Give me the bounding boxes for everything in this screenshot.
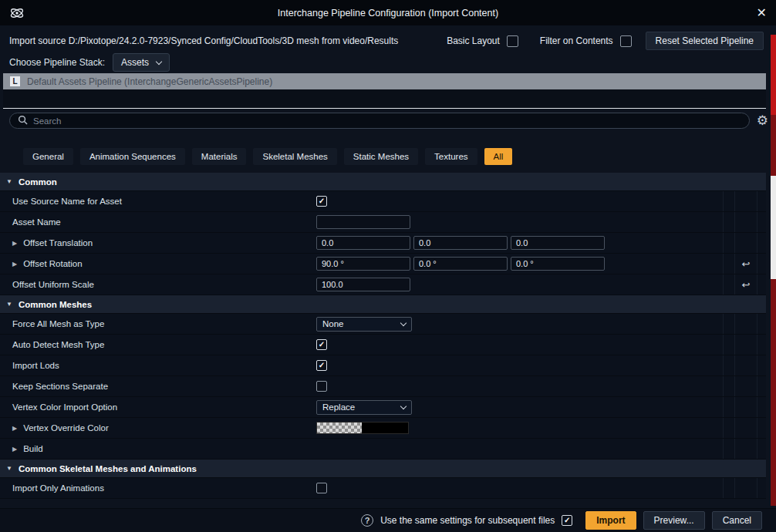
category-tabs: General Animation Sequences Materials Sk… [23,148,512,165]
pipeline-item-label: Default Assets Pipeline (InterchangeGene… [27,76,272,87]
property-row: ▶ Offset Rotation ↩ [0,254,766,274]
offset-translation-x-input[interactable] [316,236,410,250]
reset-to-default-button[interactable]: ↩ [742,280,751,290]
reset-to-default-button[interactable]: ↩ [742,259,751,269]
title-bar: Interchange Pipeline Configuration (Impo… [0,0,776,25]
property-label: Keep Sections Separate [0,376,316,396]
category-header-common-meshes[interactable]: ▼ Common Meshes [0,295,766,314]
app-logo-icon [9,5,25,21]
auto-detect-mesh-type-checkbox[interactable]: ✓ [316,339,327,350]
category-header-common[interactable]: ▼ Common [0,173,766,191]
cancel-button[interactable]: Cancel [712,511,762,530]
property-label: ▶ Offset Rotation [0,254,316,274]
tab-textures[interactable]: Textures [425,148,477,165]
color-solid-half [362,423,408,433]
property-row: ▶ Offset Translation [0,233,766,254]
property-row: Import Lods ✓ [0,355,766,376]
basic-layout-checkbox[interactable] [507,35,518,47]
property-label: ▶ Build [0,439,316,459]
offset-translation-y-input[interactable] [413,236,508,250]
filter-on-contents-checkbox[interactable] [620,35,632,47]
chevron-down-icon: ▼ [6,465,12,472]
chevron-down-icon [400,402,407,409]
chevron-down-icon [400,319,407,325]
keep-sections-separate-checkbox[interactable] [316,381,327,392]
import-button[interactable]: Import [585,511,636,530]
property-label: ▶ Vertex Override Color [0,418,316,438]
chevron-down-icon [156,58,162,64]
offset-translation-z-input[interactable] [511,236,605,250]
import-only-animations-checkbox[interactable] [316,483,327,493]
pipeline-list-item-selected[interactable]: L Default Assets Pipeline (InterchangeGe… [3,73,766,89]
vertical-scrollbar[interactable] [771,35,776,506]
filter-on-contents-label: Filter on Contents [540,35,613,46]
details-panel: ▼ Common Use Source Name for Asset ✓ Ass… [0,173,766,499]
pipeline-stack-row: Choose Pipeline Stack: Assets [9,53,170,72]
property-row: Import Only Animations [0,478,766,499]
reset-selected-pipeline-button[interactable]: Reset Selected Pipeline [646,32,764,50]
property-label: Auto Detect Mesh Type [0,335,316,355]
choose-pipeline-stack-label: Choose Pipeline Stack: [9,57,105,68]
tab-materials[interactable]: Materials [192,148,247,165]
gear-icon[interactable]: ⚙ [757,114,768,127]
property-label: ▶ Offset Translation [0,233,316,253]
close-icon[interactable]: ✕ [757,5,767,20]
import-lods-checkbox[interactable]: ✓ [316,360,327,371]
expander-arrow-icon[interactable]: ▶ [12,261,17,268]
search-input[interactable] [33,116,741,126]
offset-rotation-x-input[interactable] [316,257,410,271]
vertex-override-color-swatch[interactable] [316,422,409,434]
checkmark-icon: ✓ [319,362,325,369]
basic-layout-label: Basic Layout [447,35,500,46]
offset-uniform-scale-input[interactable] [316,278,410,291]
alpha-checkerboard [317,423,362,433]
help-icon[interactable]: ? [361,514,373,527]
offset-rotation-z-input[interactable] [511,257,605,271]
tab-animation-sequences[interactable]: Animation Sequences [80,148,185,165]
vertex-color-import-option-dropdown[interactable]: Replace [316,400,412,415]
import-source-path: Import source D:/Pixotope/24.2.0-7923/Sy… [9,35,398,46]
subsequent-files-label: Use the same settings for subsequent fil… [380,515,555,526]
import-toolbar: Import source D:/Pixotope/24.2.0-7923/Sy… [9,31,764,51]
checkmark-icon: ✓ [319,341,325,348]
category-header-common-skeletal[interactable]: ▼ Common Skeletal Meshes and Animations [0,460,766,478]
asset-name-input[interactable] [316,215,410,229]
offset-rotation-y-input[interactable] [413,257,508,271]
property-label: Force All Mesh as Type [0,314,316,334]
window-title: Interchange Pipeline Configuration (Impo… [0,8,776,19]
property-row: Use Source Name for Asset ✓ [0,191,766,212]
pipeline-icon: L [10,76,20,86]
pipeline-list: L Default Assets Pipeline (InterchangeGe… [3,73,766,109]
search-icon [18,114,28,128]
use-source-name-checkbox[interactable]: ✓ [316,196,327,207]
tab-all[interactable]: All [484,148,513,165]
search-box[interactable] [9,113,750,129]
expander-arrow-icon[interactable]: ▶ [12,446,17,453]
search-row: ⚙ [9,113,768,129]
expander-arrow-icon[interactable]: ▶ [12,425,17,432]
property-row: Auto Detect Mesh Type ✓ [0,335,766,355]
tab-skeletal-meshes[interactable]: Skeletal Meshes [253,148,336,165]
property-row: Keep Sections Separate [0,376,766,397]
property-row: Asset Name [0,212,766,233]
property-label: Import Only Animations [0,478,316,498]
property-label: Asset Name [0,212,316,232]
property-row: ▶ Vertex Override Color [0,418,766,439]
checkmark-icon: ✓ [319,197,325,205]
property-label: Import Lods [0,355,316,375]
expander-arrow-icon[interactable]: ▶ [12,240,17,247]
tab-general[interactable]: General [23,148,73,165]
chevron-down-icon: ▼ [6,178,12,185]
property-row: Offset Uniform Scale ↩ [0,274,766,295]
property-label: Offset Uniform Scale [0,274,316,295]
checkmark-icon: ✓ [564,517,570,524]
preview-button[interactable]: Preview... [643,511,705,530]
pipeline-stack-dropdown[interactable]: Assets [113,53,170,72]
subsequent-files-checkbox[interactable]: ✓ [562,515,572,526]
property-row: Vertex Color Import Option Replace [0,397,766,418]
property-label: Vertex Color Import Option [0,397,316,417]
property-row: Force All Mesh as Type None [0,314,766,335]
scrollbar-thumb[interactable] [771,176,776,279]
tab-static-meshes[interactable]: Static Meshes [344,148,418,165]
force-mesh-type-dropdown[interactable]: None [316,317,412,332]
